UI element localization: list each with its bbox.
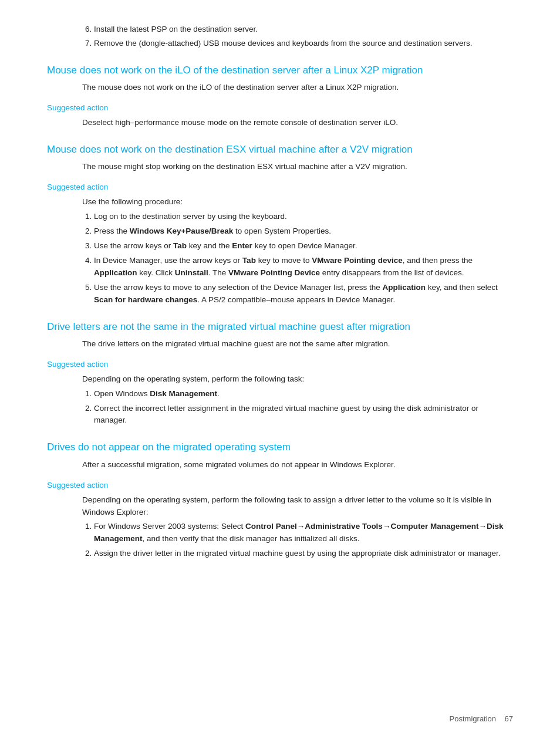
section4-body: After a successful migration, some migra… <box>82 459 513 471</box>
section1-action-text: Deselect high–performance mouse mode on … <box>82 117 513 129</box>
section2-heading: Mouse does not work on the destination E… <box>47 142 513 157</box>
section4-heading: Drives do not appear on the migrated ope… <box>47 440 513 455</box>
section3-intro: Depending on the operating system, perfo… <box>82 373 513 386</box>
section4-intro: Depending on the operating system, perfo… <box>82 494 513 519</box>
section3-body: The drive letters on the migrated virtua… <box>82 338 513 350</box>
section2-step-2: Press the Windows Key+Pause/Break to ope… <box>94 225 513 238</box>
top-list-item-7: Remove the (dongle-attached) USB mouse d… <box>94 38 513 50</box>
section1-suggested-action-label: Suggested action <box>47 102 513 114</box>
footer: Postmigration 67 <box>450 713 513 725</box>
top-list-item-6: Install the latest PSP on the destinatio… <box>94 23 513 36</box>
section4-suggested-action-label: Suggested action <box>47 480 513 492</box>
section3-suggested-action-label: Suggested action <box>47 359 513 371</box>
section4-steps: For Windows Server 2003 systems: Select … <box>82 521 513 560</box>
section2-step-1: Log on to the destination server by usin… <box>94 211 513 223</box>
section2-step-3: Use the arrow keys or Tab key and the En… <box>94 240 513 252</box>
section3-step-2: Correct the incorrect letter assignment … <box>94 403 513 427</box>
section3-heading: Drive letters are not the same in the mi… <box>47 319 513 335</box>
top-list: Install the latest PSP on the destinatio… <box>82 23 513 50</box>
footer-page: 67 <box>505 714 513 723</box>
section3-steps: Open Windows Disk Management. Correct th… <box>82 388 513 427</box>
section1-body: The mouse does not work on the iLO of th… <box>82 82 513 94</box>
footer-text: Postmigration <box>450 714 496 723</box>
section4-step-1: For Windows Server 2003 systems: Select … <box>94 521 513 545</box>
section2-suggested-action-label: Suggested action <box>47 181 513 194</box>
section2-step-5: Use the arrow keys to move to any select… <box>94 282 513 306</box>
section1-heading: Mouse does not work on the iLO of the de… <box>47 63 513 78</box>
section2-step-4: In Device Manager, use the arrow keys or… <box>94 255 513 279</box>
section2-intro: Use the following procedure: <box>82 196 513 208</box>
section2-body: The mouse might stop working on the dest… <box>82 161 513 173</box>
section3-step-1: Open Windows Disk Management. <box>94 388 513 400</box>
section2-steps: Log on to the destination server by usin… <box>82 211 513 306</box>
section4-step-2: Assign the driver letter in the migrated… <box>94 548 513 560</box>
